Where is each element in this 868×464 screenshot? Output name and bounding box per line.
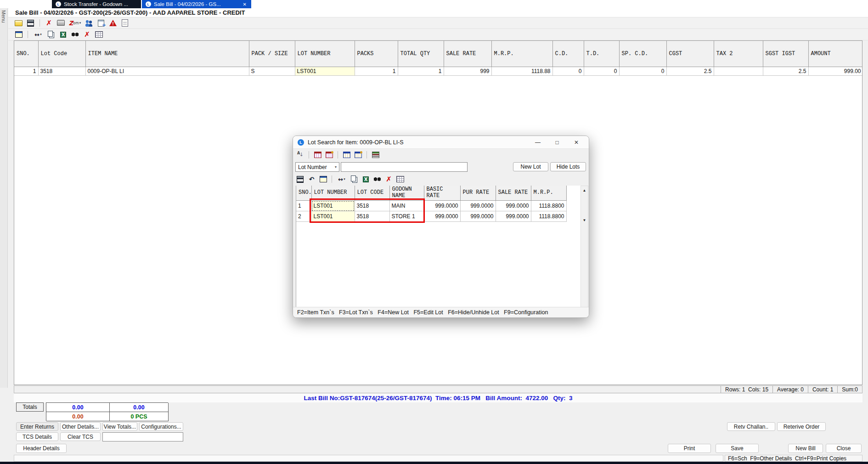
cell[interactable]: 1 — [398, 67, 444, 76]
window-icon[interactable] — [318, 175, 328, 183]
new-lot-button[interactable]: New Lot — [513, 162, 548, 171]
col-width-icon[interactable]: ↔▾ — [336, 175, 348, 183]
grid-icon[interactable] — [94, 30, 104, 39]
copy-icon[interactable] — [349, 175, 359, 183]
find-icon[interactable] — [372, 175, 382, 183]
column-header[interactable]: C.D. — [552, 41, 584, 67]
tab-close-icon[interactable]: ✕ — [242, 2, 248, 7]
cell[interactable]: 999.0000 — [424, 201, 460, 211]
view-totals-button[interactable]: View Totals... — [102, 422, 137, 431]
cell[interactable]: 0 — [619, 67, 666, 76]
column-header[interactable]: M.R.P. — [531, 186, 566, 201]
retv-challan-button[interactable]: Retv Challan.. — [727, 422, 775, 431]
cell[interactable]: 0009-OP-BL LI — [85, 67, 249, 76]
table-red-star-icon[interactable] — [324, 151, 334, 159]
users-icon[interactable] — [84, 19, 94, 27]
cell[interactable]: 2.5 — [763, 67, 808, 76]
maximize-icon[interactable]: □ — [549, 139, 565, 146]
excel-icon[interactable] — [58, 30, 68, 39]
col-width-icon[interactable]: ↔▾ — [32, 30, 44, 39]
cell[interactable]: 999.00 — [808, 67, 862, 76]
column-header[interactable]: CGST — [666, 41, 714, 67]
excel-icon[interactable] — [361, 175, 371, 183]
list-icon[interactable] — [371, 151, 380, 159]
column-header[interactable]: TAX 2 — [714, 41, 763, 67]
close-button[interactable]: Close — [826, 444, 862, 453]
cell[interactable]: 999.0000 — [460, 211, 496, 222]
folder-open-icon[interactable] — [14, 19, 23, 27]
column-header[interactable]: T.D. — [584, 41, 619, 67]
print-icon[interactable] — [56, 19, 66, 27]
cell[interactable]: 0 — [552, 67, 584, 76]
cell[interactable]: LST001 — [311, 211, 355, 222]
column-header[interactable]: SALE RATE — [444, 41, 491, 67]
column-header[interactable]: AMOUNT — [808, 41, 862, 67]
cell[interactable]: 3518 — [38, 67, 85, 76]
table-blue-icon[interactable] — [342, 151, 351, 159]
cell[interactable]: S — [249, 67, 295, 76]
column-header[interactable]: GODOWN NAME — [389, 186, 424, 201]
vertical-scrollbar[interactable]: ▲ ▼ — [581, 186, 588, 307]
clear-tcs-button[interactable]: Clear TCS — [60, 432, 101, 441]
cell[interactable]: 1 — [355, 67, 398, 76]
column-header[interactable]: SNO. — [14, 41, 38, 67]
window-icon[interactable] — [14, 30, 23, 39]
save-icon[interactable] — [26, 19, 35, 27]
undo-icon[interactable] — [307, 175, 316, 183]
column-header[interactable]: LOT NUMBER — [295, 41, 355, 67]
close-icon[interactable]: ✕ — [569, 139, 584, 146]
column-header[interactable]: LOT NUMBER — [311, 186, 355, 201]
tab-stock-transfer[interactable]: L Stock Transfer - Godown ... — [52, 0, 141, 8]
cell[interactable]: 1118.8800 — [531, 211, 566, 222]
lot-search-input[interactable] — [341, 162, 468, 172]
column-header[interactable]: ITEM NAME — [85, 41, 249, 67]
cell[interactable]: 1118.88 — [491, 67, 552, 76]
save-button[interactable]: Save — [716, 444, 759, 453]
table-red-icon[interactable] — [313, 151, 322, 159]
cell[interactable]: 1 — [296, 201, 311, 211]
cell[interactable]: STORE 1 — [389, 211, 424, 222]
reterive-order-button[interactable]: Reterive Order — [777, 422, 826, 431]
other-details-button[interactable]: Other Details... — [60, 422, 101, 431]
table-row[interactable]: 1LST0013518MAIN999.0000999.0000999.00001… — [296, 201, 566, 211]
column-header[interactable]: LOT CODE — [355, 186, 389, 201]
form-icon[interactable] — [120, 19, 130, 27]
cell[interactable]: LST001 — [311, 201, 355, 211]
cell[interactable] — [714, 67, 763, 76]
delete-icon[interactable] — [82, 30, 92, 39]
delete-icon[interactable] — [44, 19, 54, 27]
zoom-icon[interactable]: Zom▾ — [68, 19, 82, 27]
find-icon[interactable] — [70, 30, 80, 39]
warning-icon[interactable] — [108, 19, 118, 27]
save-icon[interactable] — [295, 175, 305, 183]
column-header[interactable]: M.R.P. — [491, 41, 552, 67]
column-header[interactable]: SNO. — [296, 186, 311, 201]
tcs-details-button[interactable]: TCS Details — [16, 432, 58, 441]
column-header[interactable]: TOTAL QTY — [398, 41, 444, 67]
hide-lots-button[interactable]: Hide Lots — [550, 162, 586, 171]
new-bill-button[interactable]: New Bill — [788, 444, 823, 453]
cell[interactable]: 999.0000 — [424, 211, 460, 222]
cell[interactable]: LST001 — [295, 67, 355, 76]
column-header[interactable]: SALE RATE — [496, 186, 531, 201]
tab-sale-bill[interactable]: L Sale Bill - 04/02/2026 - GS... ✕ — [142, 0, 251, 8]
cell[interactable]: 2 — [296, 211, 311, 222]
cell[interactable]: 1118.8800 — [531, 201, 566, 211]
cell[interactable]: 2.5 — [666, 67, 714, 76]
cell[interactable]: 3518 — [355, 211, 389, 222]
table-row[interactable]: 135180009-OP-BL LISLST001119991118.88000… — [14, 67, 862, 76]
column-header[interactable]: PACKS — [355, 41, 398, 67]
sort-icon[interactable] — [295, 151, 305, 159]
column-header[interactable]: BASIC RATE — [424, 186, 460, 201]
configurations-button[interactable]: Configurations... — [139, 422, 183, 431]
copy-icon[interactable] — [46, 30, 56, 39]
table-blue-star-icon[interactable] — [353, 151, 363, 159]
column-header[interactable]: Lot Code — [38, 41, 85, 67]
search-field-select[interactable]: Lot Number ▾ — [295, 162, 339, 172]
column-header[interactable]: PACK / SIZE — [249, 41, 295, 67]
enter-returns-button[interactable]: Enter Returns — [16, 422, 58, 431]
header-details-button[interactable]: Header Details — [16, 444, 67, 453]
column-header[interactable]: SGST IGST — [763, 41, 808, 67]
scroll-down-icon[interactable]: ▼ — [581, 216, 588, 224]
cell[interactable]: 1 — [14, 67, 38, 76]
